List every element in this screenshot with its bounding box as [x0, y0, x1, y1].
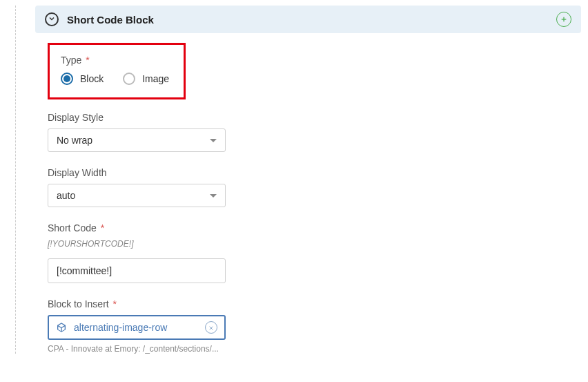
short-code-help: [!YOURSHORTCODE!] [48, 239, 569, 249]
type-radio-group: Block Image [61, 73, 173, 85]
block-to-insert-label: Block to Insert * [48, 298, 569, 309]
block-to-insert-path: CPA - Innovate at Emory: /_content/secti… [48, 344, 569, 354]
caret-down-icon [210, 194, 217, 198]
radio-selected-icon [61, 73, 73, 85]
display-width-label: Display Width [48, 167, 569, 178]
collapse-toggle[interactable] [45, 12, 59, 26]
type-radio-block-label: Block [80, 73, 104, 84]
close-icon [208, 322, 214, 333]
block-chooser[interactable]: alternating-image-row [48, 315, 226, 340]
display-style-select[interactable]: No wrap [48, 128, 226, 152]
block-to-insert-value: alternating-image-row [74, 322, 198, 333]
type-radio-image[interactable]: Image [123, 73, 169, 85]
short-code-input[interactable] [48, 258, 226, 283]
type-radio-image-label: Image [142, 73, 169, 84]
add-button[interactable] [556, 12, 571, 27]
type-label: Type * [61, 55, 173, 66]
section-title: Short Code Block [67, 14, 154, 26]
display-style-value: No wrap [57, 135, 92, 146]
section-header: Short Code Block [35, 6, 581, 33]
clear-block-button[interactable] [205, 321, 217, 334]
cube-icon [56, 322, 67, 333]
type-field-highlight: Type * Block Image [48, 43, 186, 99]
chevron-down-icon [48, 14, 56, 25]
display-width-value: auto [57, 190, 75, 201]
radio-unselected-icon [123, 73, 135, 85]
display-width-select[interactable]: auto [48, 184, 226, 207]
plus-icon [560, 14, 567, 25]
caret-down-icon [210, 139, 217, 142]
short-code-label: Short Code * [48, 222, 569, 233]
display-style-label: Display Style [48, 112, 569, 123]
type-radio-block[interactable]: Block [61, 73, 104, 85]
